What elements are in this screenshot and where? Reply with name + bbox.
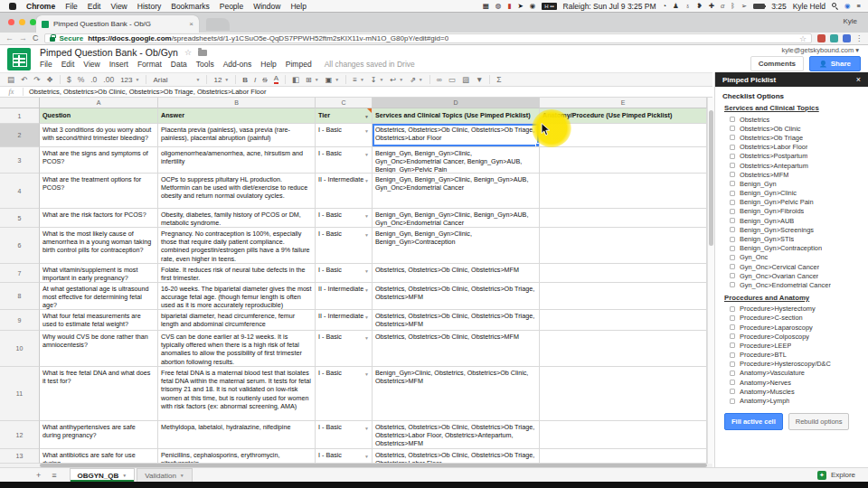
horizontal-align-icon[interactable]: ≡▼ [353, 76, 364, 84]
all-sheets-icon[interactable]: ≡ [52, 471, 56, 480]
menu-bar-clock[interactable]: Raleigh: Sun Jul 9 3:25 PM [563, 2, 656, 11]
cell-question[interactable]: What vitamin/supplement is most importan… [40, 264, 158, 283]
close-window-button[interactable] [8, 19, 14, 25]
checklist-item[interactable]: Benign_Gyn>Screenings [722, 225, 861, 234]
checklist-item[interactable]: Obstetrics>Antepartum [722, 161, 861, 170]
menu-bar-time[interactable]: 3:25 [771, 2, 787, 11]
checklist-item[interactable]: Anatomy>Lymph [722, 396, 861, 405]
cell-answer[interactable]: Obesity, diabetes, family history of PCO… [158, 209, 316, 228]
column-header-E[interactable]: E [540, 98, 707, 108]
extension-icon-1[interactable] [817, 34, 826, 42]
cell-services[interactable]: Obstetrics, Obstetrics>Ob Clinic, Obstet… [373, 310, 540, 331]
checklist-item[interactable]: Obstetrics>Labor Floor [722, 143, 861, 152]
cell-services[interactable]: Benign_Gyn, Benign_Gyn>Clinic, Benign_Gy… [373, 209, 540, 228]
dropdown-arrow-icon[interactable]: ▼ [364, 127, 369, 136]
checklist-item[interactable]: Procedure>Hysterectomy [722, 305, 861, 314]
account-email[interactable]: kyle@getskybound.com ▾ [781, 46, 859, 54]
cell-tier[interactable]: I - Basic▼ [316, 124, 373, 147]
chat-icon[interactable]: ❥ [696, 2, 702, 10]
cell-answer[interactable]: Methyldopa, labetalol, hydralazine, nife… [158, 421, 316, 449]
checklist-item[interactable]: Benign_Gyn>Contraception [722, 244, 861, 253]
checkbox[interactable] [730, 380, 735, 385]
notification-center-icon[interactable]: ≡ [857, 2, 861, 10]
cell-question[interactable]: What are the risk factors for PCOS? [40, 209, 158, 228]
cell-question[interactable]: What 3 conditions do you worry about wit… [40, 124, 158, 147]
wifi-icon[interactable]: ➢ [741, 2, 747, 10]
decrease-decimal-icon[interactable]: .0 [90, 76, 97, 84]
dropdown-arrow-icon[interactable]: ▼ [364, 334, 369, 343]
checkbox[interactable] [730, 227, 735, 232]
checklist-item[interactable]: Obstetrics [722, 115, 861, 124]
cell-answer[interactable]: CVS can be done earlier at 9-12 weeks. I… [158, 331, 316, 367]
checkbox[interactable] [730, 389, 735, 394]
checkbox[interactable] [730, 315, 735, 321]
cell-anatomy[interactable] [540, 124, 707, 147]
checkbox[interactable] [730, 343, 735, 348]
dropdown-arrow-icon[interactable]: ▼ [364, 371, 369, 379]
insert-chart-icon[interactable]: ▨ [462, 76, 469, 84]
cell-question[interactable]: What antibiotics are safe for use during [40, 449, 158, 464]
menu-bar-user[interactable]: Kyle Held [793, 2, 826, 11]
text-rotate-icon[interactable]: ⇗▼ [410, 76, 423, 84]
checklist-item[interactable]: Benign_Gyn [722, 179, 861, 188]
cell-services[interactable]: Benign_Gyn, Benign_Gyn>Clinic, Benign_Gy… [373, 174, 540, 209]
checklist-item[interactable]: Procedure>LEEP [722, 341, 861, 350]
bold-icon[interactable]: B [242, 76, 248, 84]
row-number[interactable]: 3 [0, 147, 40, 174]
checkbox[interactable] [730, 135, 735, 140]
comments-button[interactable]: Comments [750, 56, 804, 71]
cell-question[interactable]: What are the treatment options for PCOS? [40, 174, 158, 209]
checklist-item[interactable]: Benign_Gyn>Pelvic Pain [722, 198, 861, 207]
cell-services[interactable]: Obstetrics, Obstetrics>Ob Clinic, Obstet… [373, 283, 540, 310]
sheet-tab-menu-icon[interactable]: ▼ [122, 473, 127, 478]
rebuild-options-button[interactable]: Rebuild options [788, 413, 850, 430]
flag-icon[interactable]: ➤ [517, 2, 523, 10]
checkbox[interactable] [730, 333, 735, 339]
plus-icon[interactable]: ✚ [709, 2, 714, 10]
checkbox[interactable] [730, 145, 735, 150]
dropdown-arrow-icon[interactable]: ▼ [364, 425, 369, 433]
checkbox[interactable] [730, 126, 735, 131]
cell-anatomy[interactable] [540, 449, 707, 464]
cell-anatomy[interactable] [540, 310, 707, 331]
menu-file[interactable]: File [65, 2, 78, 11]
dropdown-arrow-icon[interactable]: ▼ [364, 231, 369, 239]
cell-tier[interactable]: II - Intermediate▼ [316, 283, 373, 310]
checkbox[interactable] [730, 264, 735, 269]
row-number[interactable]: 11 [0, 367, 40, 421]
redo-icon[interactable]: ↷ [33, 76, 40, 84]
cell-answer[interactable]: oligomenorrhea/amenorrhea, acne, hirsuti… [158, 147, 316, 174]
checkbox[interactable] [730, 306, 735, 312]
cell-question[interactable]: What is the most likely cause of amenorr… [40, 228, 158, 264]
checklist-item[interactable]: Gyn_Onc>Ovarian Cancer [722, 271, 861, 280]
sheets-menu-file[interactable]: File [40, 60, 52, 69]
cell-tier[interactable]: I - Basic▼ [316, 331, 373, 367]
cell-tier[interactable]: I - Basic▼ [316, 449, 373, 464]
column-header-A[interactable]: A [40, 98, 158, 108]
document-title[interactable]: Pimped Question Bank - Ob/Gyn [40, 47, 178, 58]
checklist-item[interactable]: Procedure>Hysteroscopy/D&C [722, 360, 861, 369]
menu-view[interactable]: View [110, 2, 127, 11]
menu-people[interactable]: People [220, 2, 243, 11]
cell-tier[interactable]: I - Basic▼ [316, 264, 373, 283]
cell-services[interactable]: Obstetrics, Obstetrics>Ob Clinic, Obstet… [373, 124, 540, 147]
chrome-menu-icon[interactable]: ⋮ [855, 34, 863, 42]
checkbox[interactable] [730, 191, 735, 196]
dropdown-arrow-icon[interactable]: ▼ [364, 267, 369, 276]
number-format-dropdown[interactable]: 123▼ [120, 76, 139, 84]
row-number[interactable]: 4 [0, 174, 40, 209]
cell-anatomy[interactable] [540, 147, 707, 174]
insert-link-icon[interactable]: ∞ [437, 76, 442, 84]
select-all-corner[interactable] [0, 98, 40, 108]
cell-answer[interactable]: OCPs to suppress pituitary HL production… [158, 174, 316, 209]
cell-answer[interactable]: Placenta previa (painless), vasa previa … [158, 124, 316, 147]
alpha-icon[interactable]: α [721, 2, 724, 10]
checkbox[interactable] [730, 352, 735, 358]
cell-tier[interactable]: Tier▼ [316, 108, 373, 124]
sheets-logo-icon[interactable] [7, 48, 31, 70]
new-tab-button[interactable] [206, 18, 230, 31]
cell-anatomy[interactable] [540, 264, 707, 283]
checkbox[interactable] [730, 324, 735, 330]
cell-tier[interactable]: I - Basic▼ [316, 147, 373, 174]
bookmark-star-icon[interactable]: ☆ [799, 34, 807, 43]
